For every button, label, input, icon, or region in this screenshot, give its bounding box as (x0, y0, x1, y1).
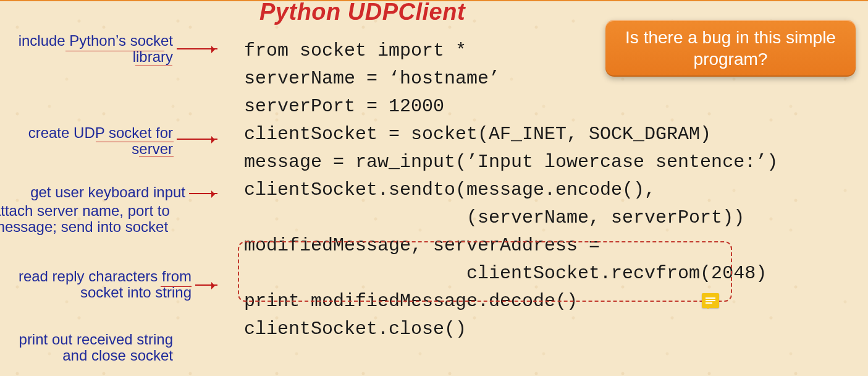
arrow-icon (195, 284, 217, 286)
code-line: clientSocket.close() (244, 318, 466, 340)
annotation-get-user-input: get user keyboard input (0, 184, 185, 200)
arrow-icon (189, 193, 217, 194)
underline-accent (161, 286, 192, 287)
code-line: serverName = ‘hostname’ (244, 68, 500, 89)
code-line: from socket import * (244, 40, 466, 61)
code-line: serverPort = 12000 (244, 96, 444, 117)
underline-accent (139, 156, 174, 156)
comment-icon[interactable] (702, 293, 719, 308)
code-line: message = raw_input(’Input lowercase sen… (244, 152, 778, 173)
arrow-icon (177, 48, 217, 49)
slide-title: Python UDPClient (259, 0, 465, 25)
code-line: clientSocket.sendto(message.encode(), (244, 179, 655, 200)
highlight-box (238, 241, 732, 302)
underline-accent (135, 66, 172, 66)
arrow-icon (177, 139, 217, 140)
annotation-read-reply: read reply characters from socket into s… (0, 268, 192, 301)
annotation-print-close: print out received string and close sock… (0, 331, 173, 364)
underline-accent (65, 51, 164, 51)
annotation-attach-send: Attach server name, port to message; sen… (0, 203, 185, 236)
underline-accent (96, 142, 174, 142)
code-line: (serverName, serverPort)) (244, 207, 744, 228)
annotation-include-socket: include Python’s socket library (0, 33, 173, 66)
slide: Python UDPClient Is there a bug in this … (0, 0, 868, 376)
code-line: clientSocket = socket(AF_INET, SOCK_DGRA… (244, 124, 711, 145)
